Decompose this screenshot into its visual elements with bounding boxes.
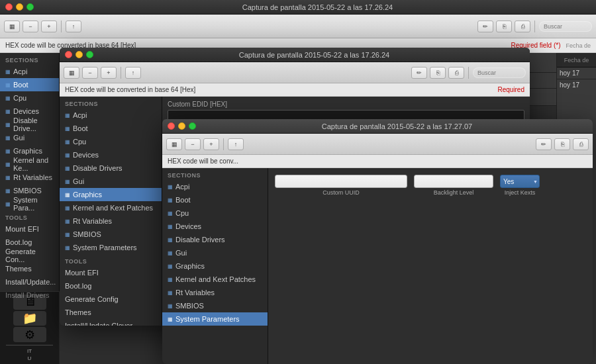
win3-sidebar-boot[interactable]: ▦ Boot: [162, 193, 268, 206]
win2-sidebar-graphics[interactable]: ▦ Graphics: [60, 188, 162, 201]
sidebar-gen-config[interactable]: Generate Con...: [0, 249, 59, 262]
pencil-btn[interactable]: ✏: [477, 21, 493, 32]
sidebar-cpu[interactable]: ▦ Cpu: [0, 91, 59, 105]
dock-item-gear[interactable]: ⚙: [13, 327, 46, 342]
dock-item-folder[interactable]: 📁: [13, 311, 46, 326]
sidebar-install-update[interactable]: Install/Update...: [0, 275, 59, 289]
zoom-in-btn[interactable]: +: [41, 21, 57, 32]
paste-btn[interactable]: ⎙: [515, 21, 530, 32]
win3-sidebar-rt[interactable]: ▦ Rt Variables: [162, 286, 268, 299]
w3-smbios-icon: ▦: [168, 303, 173, 309]
custom-uuid-label: Custom UUID: [275, 189, 407, 196]
dock-separator: [6, 345, 53, 345]
win3-sidebar-dd[interactable]: ▦ Disable Drivers: [162, 233, 268, 246]
sidebar-rt-vars[interactable]: ▦ Rt Variables: [0, 171, 59, 184]
sidebar-themes[interactable]: Themes: [0, 262, 59, 275]
zoom-out-btn[interactable]: −: [23, 21, 38, 32]
win2-grid-btn[interactable]: ▦: [64, 67, 79, 79]
win2-sidebar-gui[interactable]: ▦ Gui: [60, 175, 162, 188]
inject-kexts-dropdown[interactable]: Yes: [500, 175, 540, 188]
win3-sidebar-graphics[interactable]: ▦ Graphics: [162, 259, 268, 273]
sidebar-smbios[interactable]: ▦ SMBIOS: [0, 184, 59, 197]
win3-traffic-lights[interactable]: [162, 122, 201, 130]
win3-grid-btn[interactable]: ▦: [166, 138, 182, 150]
share-btn[interactable]: ↑: [66, 21, 81, 32]
sidebar-acpi[interactable]: ▦ Acpi: [0, 65, 59, 78]
win2-zoom-out-btn[interactable]: −: [82, 67, 98, 79]
copy-btn[interactable]: ⎘: [496, 21, 512, 32]
cpu-icon: ▦: [5, 95, 11, 101]
win2-minimize-btn[interactable]: [75, 51, 83, 58]
sidebar-boot[interactable]: ▦ Boot: [0, 78, 59, 91]
inject-kexts-field: Yes Inject Kexts: [500, 175, 540, 196]
sidebar-mount-efi[interactable]: Mount EFI: [0, 222, 59, 236]
win3-paste-btn[interactable]: ⎙: [573, 138, 589, 150]
win2-sidebar-dd[interactable]: ▦ Disable Drivers: [60, 161, 162, 175]
w3-rt-icon: ▦: [168, 290, 173, 296]
sidebar-gui[interactable]: ▦ Gui: [0, 131, 59, 144]
win3-minimize-btn[interactable]: [178, 122, 185, 130]
win2-paste-btn[interactable]: ⎙: [448, 67, 464, 79]
win2-pencil-btn[interactable]: ✏: [411, 67, 427, 79]
win2-sidebar-sp[interactable]: ▦ System Parameters: [60, 241, 162, 254]
win3-zoom-in-btn[interactable]: +: [203, 138, 219, 150]
win2-copy-btn[interactable]: ⎘: [430, 67, 446, 79]
backlight-field: Backlight Level: [414, 175, 493, 196]
win2-close-btn[interactable]: [65, 51, 72, 58]
win2-sep-2: [468, 67, 469, 79]
sidebar-sys-params[interactable]: ▦ System Para...: [0, 197, 59, 210]
win3-sidebar-acpi[interactable]: ▦ Acpi: [162, 180, 268, 193]
win3-sidebar-cpu[interactable]: ▦ Cpu: [162, 206, 268, 220]
win1-maximize-btn[interactable]: [26, 3, 34, 11]
sidebar-kernel[interactable]: ▦ Kernel and Ke...: [0, 158, 59, 171]
win3-close-btn[interactable]: [168, 122, 175, 130]
dock-item-monitor[interactable]: 🖥: [13, 295, 46, 310]
win3-share-btn[interactable]: ↑: [228, 138, 244, 150]
w3-acpi-icon: ▦: [168, 184, 173, 190]
backlight-input[interactable]: [414, 175, 493, 188]
win3-zoom-out-btn[interactable]: −: [185, 138, 201, 150]
win2-traffic-lights[interactable]: [60, 51, 99, 58]
win1-minimize-btn[interactable]: [16, 3, 23, 11]
win3-sidebar-sp[interactable]: ▦ System Parameters: [162, 312, 268, 326]
win3-sidebar-gui[interactable]: ▦ Gui: [162, 246, 268, 259]
desktop: Captura de pantalla 2015-05-22 a las 17.…: [0, 0, 596, 364]
win3-sidebar-kernel[interactable]: ▦ Kernel and Kext Patches: [162, 273, 268, 286]
win2-mount-efi[interactable]: Mount EFI: [60, 266, 162, 279]
sidebar-graphics[interactable]: ▦ Graphics: [0, 144, 59, 158]
win2-share-btn[interactable]: ↑: [125, 67, 141, 79]
sidebar-disable-drivers[interactable]: ▦ Disable Drive...: [0, 118, 59, 131]
win3-copy-btn[interactable]: ⎘: [554, 138, 570, 150]
win2-install-update[interactable]: Install/Update Clover: [60, 319, 162, 326]
win3-sidebar-devices[interactable]: ▦ Devices: [162, 220, 268, 233]
window-3: Captura de pantalla 2015-05-22 a las 17.…: [162, 119, 593, 364]
win2-sidebar-kernel[interactable]: ▦ Kernel and Kext Patches: [60, 201, 162, 214]
win2-zoom-in-btn[interactable]: +: [101, 67, 117, 79]
win2-sidebar-acpi[interactable]: ▦ Acpi: [60, 109, 162, 122]
sidebar-devices[interactable]: ▦ Devices: [0, 105, 59, 118]
sp-icon: ▦: [5, 201, 11, 207]
win2-themes[interactable]: Themes: [60, 306, 162, 319]
win1-close-btn[interactable]: [5, 3, 13, 11]
search-input[interactable]: [539, 21, 592, 32]
custom-uuid-input[interactable]: [275, 175, 407, 188]
win2-sidebar-devices[interactable]: ▦ Devices: [60, 148, 162, 161]
win2-gen-config[interactable]: Generate Config: [60, 293, 162, 306]
kernel-icon: ▦: [5, 161, 11, 167]
win2-sidebar-cpu[interactable]: ▦ Cpu: [60, 135, 162, 148]
w2-smbios-icon: ▦: [65, 232, 70, 238]
gfx-icon: ▦: [5, 148, 11, 154]
win1-traffic-lights[interactable]: [0, 3, 39, 11]
win3-pencil-btn[interactable]: ✏: [536, 138, 552, 150]
win2-maximize-btn[interactable]: [86, 51, 93, 58]
win2-bootlog[interactable]: Boot.log: [60, 279, 162, 293]
sidebar-bootlog[interactable]: Boot.log: [0, 236, 59, 249]
win2-sidebar-smbios[interactable]: ▦ SMBIOS: [60, 228, 162, 241]
win2-sidebar-rt[interactable]: ▦ Rt Variables: [60, 214, 162, 228]
win3-maximize-btn[interactable]: [189, 122, 196, 130]
win2-sidebar-boot[interactable]: ▦ Boot: [60, 122, 162, 135]
grid-view-btn[interactable]: ▦: [4, 21, 20, 32]
win2-search-input[interactable]: [473, 68, 526, 78]
win1-tools-label: TOOLS: [0, 210, 59, 222]
win3-sidebar-smbios[interactable]: ▦ SMBIOS: [162, 299, 268, 312]
